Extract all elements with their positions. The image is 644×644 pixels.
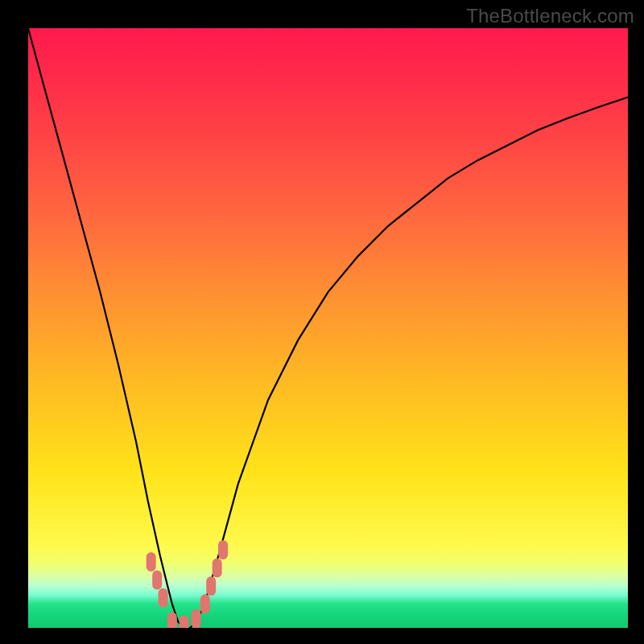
curve-marker — [180, 615, 189, 628]
curve-markers — [28, 28, 628, 628]
chart-frame: TheBottleneck.com — [0, 0, 644, 644]
curve-marker — [152, 570, 162, 589]
curve-marker — [159, 588, 168, 608]
curve-marker — [200, 594, 210, 613]
curve-marker — [213, 559, 222, 578]
curve-marker — [218, 540, 228, 559]
plot-area — [28, 28, 628, 628]
watermark-text: TheBottleneck.com — [466, 5, 634, 27]
curve-marker — [192, 609, 201, 628]
curve-marker — [206, 576, 216, 596]
curve-marker — [147, 552, 156, 572]
curve-marker — [167, 613, 177, 629]
